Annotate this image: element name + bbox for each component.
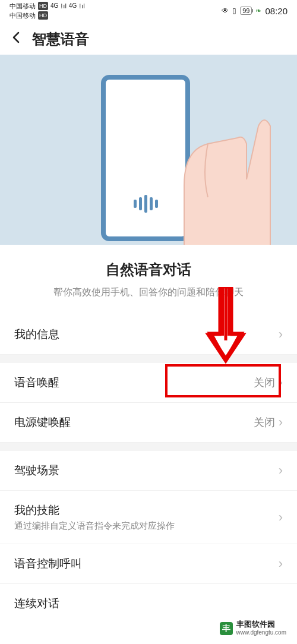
carrier-2: 中国移动 [10, 11, 36, 20]
row-label: 电源键唤醒 [14, 415, 71, 430]
carrier-1: 中国移动 [10, 2, 36, 10]
status-right: 👁 ▯ 99 ❧ 08:20 [222, 6, 287, 16]
row-my-skills[interactable]: 我的技能 通过编排自定义语音指令来完成对应操作 › [0, 491, 297, 544]
leaf-icon: ❧ [255, 7, 261, 15]
status-bar: 中国移动 HD 4G ⁞ıl 4G ⁞ıl 中国移动 HD 👁 ▯ 99 ❧ 0… [0, 0, 297, 21]
row-label: 语音控制呼叫 [14, 556, 82, 572]
hd-badge-1: HD [38, 2, 48, 10]
signal-4g-2: 4G [69, 2, 77, 10]
section-title: 自然语音对话 [0, 260, 297, 279]
watermark-name: 丰图软件园 [236, 620, 287, 629]
chevron-right-icon: › [279, 463, 283, 478]
row-label: 语音唤醒 [14, 375, 59, 390]
row-driving-mode[interactable]: 驾驶场景 › [0, 451, 297, 491]
group-divider [0, 355, 297, 363]
section-subtitle: 帮你高效使用手机、回答你的问题和陪你聊天 [0, 285, 297, 299]
arrow-left-icon [10, 30, 24, 45]
row-my-info[interactable]: 我的信息 › [0, 315, 297, 355]
hd-badge-2: HD [38, 11, 48, 20]
row-label: 驾驶场景 [14, 463, 59, 478]
group-divider [0, 443, 297, 451]
page-header: 智慧语音 [0, 21, 297, 55]
row-desc: 通过编排自定义语音指令来完成对应操作 [14, 520, 175, 532]
watermark-url: www.dgfengtu.com [236, 629, 287, 637]
hero-illustration [0, 55, 297, 245]
chevron-right-icon: › [279, 510, 283, 525]
clock: 08:20 [265, 6, 287, 16]
row-value: 关闭 [254, 375, 275, 390]
eye-icon: 👁 [222, 7, 229, 15]
row-voice-call-control[interactable]: 语音控制呼叫 › [0, 544, 297, 584]
row-label: 我的信息 [14, 327, 59, 342]
signal-4g-1: 4G [50, 2, 58, 10]
hand-illustration [148, 78, 297, 245]
row-voice-wake[interactable]: 语音唤醒 关闭 › [0, 363, 297, 403]
watermark-logo-icon: 丰 [220, 622, 233, 635]
back-button[interactable] [10, 30, 27, 49]
chevron-right-icon: › [279, 375, 283, 390]
signal-bars-icon-2: ⁞ıl [79, 2, 85, 10]
chevron-right-icon: › [279, 415, 283, 430]
row-value: 关闭 [254, 415, 275, 430]
battery-icon: 99 [240, 7, 252, 15]
status-left: 中国移动 HD 4G ⁞ıl 4G ⁞ıl 中国移动 HD [10, 2, 85, 20]
chevron-right-icon: › [279, 556, 283, 572]
chevron-right-icon: › [279, 327, 283, 342]
row-power-wake[interactable]: 电源键唤醒 关闭 › [0, 403, 297, 443]
signal-bars-icon-1: ⁞ıl [61, 2, 67, 10]
watermark: 丰 丰图软件园 www.dgfengtu.com [215, 618, 292, 639]
vibrate-icon: ▯ [232, 7, 236, 15]
page-title: 智慧语音 [32, 30, 89, 49]
row-label: 我的技能 [14, 503, 175, 518]
row-label: 连续对话 [14, 596, 59, 611]
